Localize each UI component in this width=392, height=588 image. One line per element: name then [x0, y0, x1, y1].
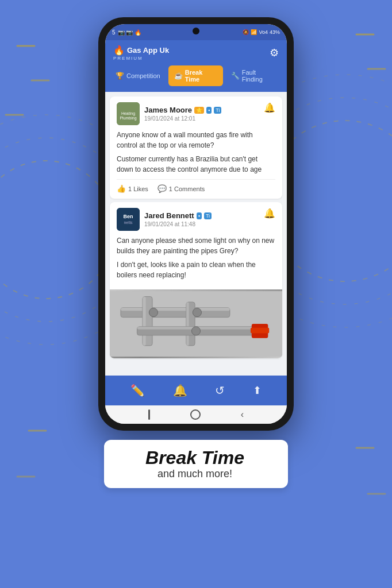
- svg-point-34: [149, 308, 157, 316]
- android-nav-bar: ‹: [105, 405, 287, 424]
- app-title: Gas App Uk: [127, 46, 169, 55]
- post-2-text2: I don't get, looks like a pain to clean …: [117, 260, 275, 280]
- svg-point-36: [191, 327, 200, 335]
- nav-back-icon[interactable]: ‹: [241, 409, 244, 420]
- banner-subtitle: and much more!: [116, 468, 274, 480]
- tabs-bar: 🏆 Competition ☕ Break Time 🔧 Fault Findi…: [105, 65, 287, 92]
- post-1-avatar-img: Heating Plumbing: [117, 102, 140, 125]
- post-2-time: 19/01/2024 at 11:48: [144, 221, 212, 227]
- signal-label: Vo4: [259, 29, 268, 35]
- svg-rect-33: [251, 328, 269, 333]
- tab-break-time[interactable]: ☕ Break Time: [168, 65, 223, 86]
- comment-icon: 💬: [157, 184, 167, 193]
- post-1-badge-blue1: ▪: [206, 107, 212, 114]
- svg-point-0: [0, 161, 115, 299]
- battery-label: 43%: [270, 29, 280, 35]
- svg-text:Ben: Ben: [123, 214, 133, 219]
- svg-rect-29: [186, 302, 189, 346]
- content-area: Heating Plumbing James Moore ⭐ ▪: [105, 92, 287, 376]
- post-2-bell-icon[interactable]: 🔔: [264, 208, 275, 219]
- svg-rect-27: [143, 297, 146, 346]
- post-1-avatar: Heating Plumbing: [117, 102, 140, 125]
- post-2-avatar-img: Ben netts: [117, 208, 140, 231]
- wrench-icon: 🔧: [231, 72, 240, 80]
- status-left: 5 📷 📷 🔥: [112, 29, 141, 36]
- bottom-banner: Break Time and much more!: [104, 440, 288, 488]
- post-1-badge-blue2: Ti: [214, 107, 221, 114]
- post-1-divider: [117, 179, 275, 180]
- tab-competition[interactable]: 🏆 Competition: [110, 68, 166, 83]
- bottom-nav: ✏️ 🔔 ↺ ⬆: [105, 376, 287, 405]
- settings-icon[interactable]: ⚙: [270, 47, 279, 59]
- post-1-likes-count: 1 Likes: [128, 185, 148, 192]
- coffee-icon: ☕: [174, 72, 183, 80]
- post-2-badge-blue1: ▪: [197, 212, 202, 219]
- tab-competition-label: Competition: [126, 72, 160, 79]
- tab-fault-finding[interactable]: 🔧 Fault Finding: [225, 65, 282, 86]
- post-1-header: Heating Plumbing James Moore ⭐ ▪: [117, 102, 275, 125]
- banner-title: Break Time: [116, 448, 274, 468]
- post-2-image: [110, 289, 282, 358]
- post-2-author-name: Jared Bennett: [144, 211, 194, 220]
- post-2-text1: Can anyone please shed some light on why…: [117, 235, 275, 256]
- phone-device: 5 📷 📷 🔥 🔕 📶 Vo4 43% 🔥 Gas App Uk: [98, 17, 294, 431]
- status-icons: 📷 📷 🔥: [118, 29, 142, 36]
- post-2-author-row: Ben netts Jared Bennett ▪: [117, 208, 212, 231]
- refresh-icon[interactable]: ↺: [215, 384, 225, 397]
- post-1-author-info: James Moore ⭐ ▪ Ti 19/01/2024 at 12:01: [144, 106, 221, 122]
- post-1-text2: Customer currently has a Brazilia but ca…: [117, 154, 275, 175]
- post-1-like-btn[interactable]: 👍 1 Likes: [117, 184, 148, 193]
- camera-notch: [193, 28, 199, 34]
- post-2-header: Ben netts Jared Bennett ▪: [117, 208, 275, 231]
- post-1-author-name-row: James Moore ⭐ ▪ Ti: [144, 106, 221, 114]
- post-1-author-row: Heating Plumbing James Moore ⭐ ▪: [117, 102, 221, 125]
- post-2-content: Ben netts Jared Bennett ▪: [110, 202, 282, 289]
- svg-text:Plumbing: Plumbing: [120, 116, 136, 121]
- wifi-icon: 📶: [251, 29, 257, 35]
- post-1-actions: 👍 1 Likes 💬 1 Comments: [117, 184, 275, 193]
- app-subtitle: PREMIUM: [113, 56, 143, 61]
- post-1-time: 19/01/2024 at 12:01: [144, 115, 221, 122]
- post-1-comment-btn[interactable]: 💬 1 Comments: [157, 184, 205, 193]
- svg-rect-25: [121, 308, 230, 311]
- compose-icon[interactable]: ✏️: [130, 384, 145, 397]
- tab-break-time-label: Break Time: [185, 69, 217, 83]
- status-time: 5: [112, 29, 116, 36]
- upload-icon[interactable]: ⬆: [253, 384, 262, 397]
- svg-text:netts: netts: [124, 220, 133, 225]
- phone-screen: 5 📷 📷 🔥 🔕 📶 Vo4 43% 🔥 Gas App Uk: [105, 24, 287, 424]
- post-2-avatar: Ben netts: [117, 208, 140, 231]
- post-2-author-name-row: Jared Bennett ▪ Ti: [144, 211, 212, 220]
- tab-fault-finding-label: Fault Finding: [242, 69, 276, 83]
- nav-recent-icon[interactable]: [148, 409, 150, 420]
- post-1-text1: Anyone know of a wall mounted gas fire w…: [117, 130, 275, 150]
- post-1-author-name: James Moore: [144, 106, 192, 114]
- app-header: 🔥 Gas App Uk PREMIUM ⚙: [105, 40, 287, 65]
- status-right: 🔕 📶 Vo4 43%: [243, 29, 280, 35]
- svg-point-35: [193, 308, 201, 316]
- post-2-author-info: Jared Bennett ▪ Ti 19/01/2024 at 11:48: [144, 211, 212, 227]
- notification-icon[interactable]: 🔔: [173, 384, 187, 397]
- trophy-icon: 🏆: [116, 72, 124, 80]
- svg-text:Heating: Heating: [121, 111, 135, 116]
- post-card-1: Heating Plumbing James Moore ⭐ ▪: [110, 96, 282, 199]
- mute-icon: 🔕: [243, 29, 249, 35]
- post-1-bell-icon[interactable]: 🔔: [264, 102, 275, 113]
- thumbs-up-icon: 👍: [117, 184, 126, 193]
- flame-icon: 🔥: [113, 45, 125, 56]
- post-1-badge-star: ⭐: [194, 107, 204, 114]
- phone-shell: 5 📷 📷 🔥 🔕 📶 Vo4 43% 🔥 Gas App Uk: [98, 17, 294, 431]
- app-logo: 🔥 Gas App Uk PREMIUM: [113, 45, 169, 61]
- svg-rect-19: [117, 208, 140, 231]
- post-2-badge-ti: Ti: [204, 212, 212, 219]
- post-1-comments-count: 1 Comments: [169, 185, 205, 192]
- nav-home-icon[interactable]: [190, 409, 201, 420]
- post-card-2: Ben netts Jared Bennett ▪: [110, 202, 282, 358]
